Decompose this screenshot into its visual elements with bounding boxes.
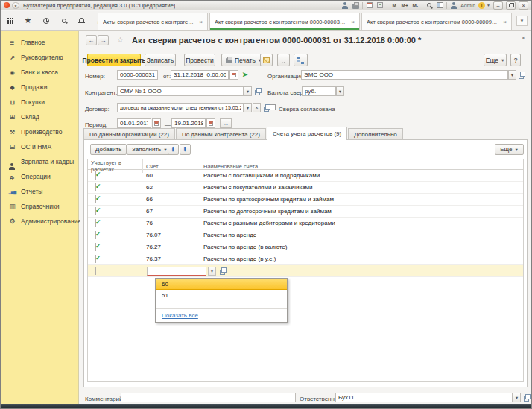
sidebar-item[interactable]: ОС и НМА [1, 139, 78, 154]
table-row[interactable]: 67 Расчеты по долгосрочным кредитам и за… [88, 206, 523, 218]
memory-m-button[interactable]: M [390, 1, 398, 9]
move-up-button[interactable]: ⬆ [168, 144, 179, 155]
structure-button[interactable] [294, 54, 308, 66]
sidebar-item[interactable]: Производство [1, 124, 78, 139]
document-close-icon[interactable]: × [522, 34, 525, 42]
search-magnifier-icon[interactable] [59, 19, 69, 23]
app-tab[interactable]: Акт сверки расчетов с контрагентом 0000-… [361, 13, 512, 30]
document-tab[interactable]: По данным организации (22) [83, 128, 175, 140]
table-row[interactable]: 66 Расчеты по краткосрочным кредитам и з… [88, 194, 523, 206]
number-field[interactable] [117, 70, 158, 80]
user-add-icon[interactable] [341, 1, 349, 9]
attachments-button[interactable] [277, 54, 290, 66]
calculator-icon[interactable] [376, 1, 384, 9]
agreed-checkbox[interactable] [270, 104, 276, 110]
close-button[interactable]: × [519, 1, 528, 10]
save-button[interactable]: Записать [145, 54, 176, 66]
move-down-button[interactable]: ⬇ [180, 144, 191, 155]
document-tab[interactable]: Счета учета расчетов (9) [267, 127, 347, 140]
sidebar-item[interactable]: Продажи [1, 80, 78, 95]
participates-checkbox[interactable] [95, 255, 96, 263]
counterparty-field[interactable] [117, 86, 244, 96]
new-table-row[interactable]: ▼ [88, 265, 523, 277]
currency-dropdown-icon[interactable]: ▼ [336, 86, 344, 96]
responsible-open-icon[interactable] [524, 394, 531, 402]
organization-dropdown-icon[interactable]: ▼ [508, 70, 516, 80]
contract-dropdown-icon[interactable]: ▼ [244, 103, 252, 112]
envelope-button[interactable] [260, 54, 273, 66]
comment-field[interactable] [121, 393, 296, 402]
user-name[interactable]: Admin [460, 1, 475, 9]
account-open-icon[interactable] [220, 267, 227, 275]
more-button[interactable]: Еще▼ [484, 54, 507, 66]
counterparty-dropdown-icon[interactable]: ▼ [244, 86, 252, 96]
sidebar-item[interactable]: Справочники [1, 199, 78, 214]
responsible-field[interactable] [335, 393, 513, 402]
favorite-star-icon[interactable]: ☆ [117, 36, 124, 44]
grid-menu-icon[interactable] [5, 18, 15, 24]
dropdown-item[interactable]: 60 [156, 279, 287, 290]
sidebar-item[interactable]: Покупки [1, 95, 78, 110]
organization-field[interactable] [301, 70, 508, 80]
post-and-close-button[interactable]: Провести и закрыть [87, 54, 141, 66]
back-button[interactable]: ← [86, 35, 97, 45]
document-tab[interactable]: Дополнительно [348, 128, 403, 140]
contract-clear-icon[interactable]: × [253, 103, 261, 112]
panels-icon[interactable] [436, 1, 443, 9]
date-calendar-icon[interactable] [229, 70, 238, 80]
app-tab[interactable]: Акты сверки расчетов с контрагентами × [98, 13, 208, 30]
counterparty-open-icon[interactable] [255, 88, 262, 95]
sidebar-item[interactable]: Администрирование [1, 214, 78, 229]
participates-checkbox[interactable] [95, 219, 96, 227]
calendar-icon[interactable] [366, 1, 373, 9]
notifications-bell-icon[interactable] [77, 19, 86, 22]
participates-checkbox[interactable] [95, 267, 96, 275]
minimize-button[interactable]: – [493, 1, 503, 10]
table-row[interactable]: 76.27 Расчеты по аренде (в валюте) [88, 241, 523, 253]
print-icon[interactable] [352, 1, 359, 9]
participates-checkbox[interactable] [95, 231, 96, 239]
participates-checkbox[interactable] [95, 195, 96, 203]
table-row[interactable]: 76 Расчеты с разными дебиторами и кредит… [88, 218, 523, 229]
memory-m-plus-button[interactable]: M+ [401, 1, 408, 9]
account-edit-field[interactable] [147, 267, 206, 276]
table-row[interactable]: 60 Расчеты с поставщиками и подрядчиками [88, 170, 523, 182]
table-row[interactable]: 76.07 Расчеты по аренде [88, 229, 523, 241]
green-arrow-icon[interactable]: ➤ [242, 71, 248, 78]
sidebar-item[interactable]: Главное [1, 35, 78, 50]
show-all-link[interactable]: Показать все [162, 312, 198, 319]
tab-overflow-button[interactable]: ▼ [516, 16, 528, 26]
date-field[interactable] [171, 70, 229, 80]
participates-checkbox[interactable] [95, 183, 96, 191]
currency-field[interactable] [302, 86, 336, 96]
participates-checkbox[interactable] [95, 171, 96, 180]
tab-close-icon[interactable]: × [199, 19, 203, 25]
sidebar-item[interactable]: Склад [1, 110, 78, 124]
user-icon[interactable] [450, 1, 457, 9]
responsible-dropdown-icon[interactable]: ▼ [513, 393, 521, 402]
app-tab[interactable]: Акт сверки расчетов с контрагентом 0000-… [209, 13, 360, 30]
participates-checkbox[interactable] [95, 207, 96, 215]
add-button[interactable]: Добавить [90, 144, 127, 155]
sidebar-item[interactable]: Руководителю [1, 50, 78, 65]
forward-button[interactable]: → [98, 35, 109, 45]
sidebar-item[interactable]: Банк и касса [1, 65, 78, 80]
sidebar-item[interactable]: Операции [1, 169, 78, 184]
contract-field[interactable] [117, 103, 244, 112]
document-tab[interactable]: По данным контрагента (22) [176, 128, 266, 140]
table-row[interactable]: 62 Расчеты с покупателями и заказчиками [88, 182, 523, 194]
participates-checkbox[interactable] [95, 243, 96, 251]
memory-m-minus-button[interactable]: M- [411, 1, 419, 9]
post-button[interactable]: Провести [184, 54, 215, 66]
favorites-star-icon[interactable]: ★ [23, 16, 33, 25]
main-menu-button[interactable]: ▼ [12, 2, 19, 9]
table-row[interactable]: 76.37 Расчеты по аренде (в у.е.) [88, 253, 523, 265]
sidebar-item[interactable]: Зарплата и кадры [1, 154, 78, 169]
fill-button[interactable]: Заполнить▼ [127, 144, 173, 155]
info-icon[interactable]: i▼ [478, 1, 490, 9]
restore-button[interactable] [506, 1, 516, 10]
sidebar-item[interactable]: Отчеты [1, 184, 78, 199]
account-dropdown-icon[interactable]: ▼ [208, 267, 216, 276]
help-button[interactable]: ? [510, 54, 521, 66]
table-more-button[interactable]: Еще▼ [495, 144, 524, 155]
